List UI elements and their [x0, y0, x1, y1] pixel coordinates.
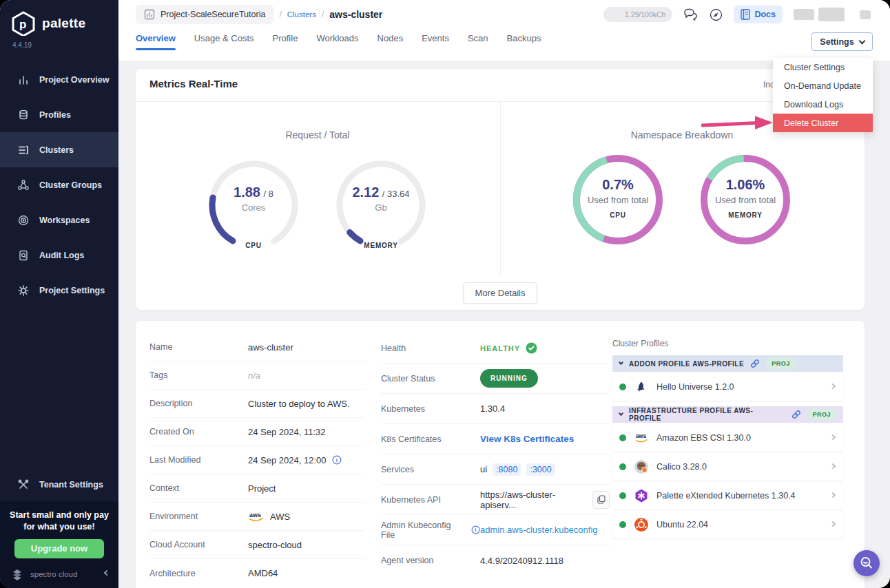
- profile-pack-name: Palette eXtended Kubernetes 1.30.4: [656, 491, 823, 501]
- memory-total-value: / 33.64: [382, 189, 410, 199]
- view-k8s-certificates-link[interactable]: View K8s Certificates: [480, 434, 574, 444]
- chevron-right-icon: [830, 492, 836, 497]
- bar-chart-icon: [17, 74, 30, 86]
- copy-button[interactable]: [592, 491, 610, 509]
- infrastructure-profile-header[interactable]: INFRASTRUCTURE PROFILE AWS-PROFILE PROJ: [612, 406, 843, 423]
- chat-icon-button[interactable]: [683, 8, 698, 21]
- help-compass-icon-button[interactable]: [710, 8, 723, 21]
- chevron-down-icon: [619, 360, 623, 365]
- usage-quota-pill[interactable]: 1.29/100kCh: [603, 7, 672, 22]
- tab-profile[interactable]: Profile: [273, 33, 298, 50]
- detail-value: 1.30.4: [480, 403, 610, 414]
- sidebar-item-project-settings[interactable]: Project Settings: [0, 273, 118, 308]
- svg-text:aws: aws: [249, 512, 261, 518]
- detail-label: K8s Certificates: [381, 434, 480, 444]
- detail-row-agent-version: Agent version 4.4.9/20240912.1118: [381, 545, 610, 576]
- cpu-request-gauge: 1.88 / 8 Cores CPU: [205, 157, 302, 253]
- detail-value: Project: [248, 483, 364, 494]
- profile-pack-amazon-ebs-csi[interactable]: aws Amazon EBS CSI 1.30.0: [612, 424, 843, 452]
- topbar-actions: 1.29/100kCh Docs: [603, 6, 871, 23]
- sidebar-item-profiles[interactable]: Profiles: [0, 97, 118, 132]
- redacted-block: [818, 8, 845, 21]
- proj-scope-badge: PROJ: [766, 358, 796, 369]
- cluster-profiles-title: Cluster Profiles: [612, 339, 843, 348]
- copy-icon: [597, 495, 606, 504]
- sidebar-collapse-button[interactable]: [104, 570, 110, 576]
- detail-row-kubernetes: Kubernetes 1.30.4: [381, 394, 610, 424]
- sidebar-item-cluster-groups[interactable]: Cluster Groups: [0, 167, 118, 202]
- addon-profile-header[interactable]: ADDON PROFILE AWS-PROFILE PROJ: [612, 355, 843, 372]
- menu-item-delete-cluster[interactable]: Delete Cluster: [773, 114, 873, 132]
- detail-label: Cluster Status: [381, 374, 480, 384]
- tools-icon: [17, 479, 30, 491]
- profile-header-title: ADDON PROFILE AWS-PROFILE: [629, 360, 744, 368]
- app-version: 4.4.19: [0, 36, 118, 49]
- detail-row-environment: Environment aws AWS: [149, 503, 364, 531]
- hello-universe-icon: [634, 379, 649, 395]
- detail-label: Kubernetes: [381, 404, 480, 414]
- menu-item-download-logs[interactable]: Download Logs: [773, 95, 873, 114]
- breadcrumb-separator: /: [322, 10, 324, 19]
- profile-pack-palette-extended-kubernetes[interactable]: Palette eXtended Kubernetes 1.30.4: [612, 482, 843, 510]
- namespace-memory-text: 1.06% Used from total MEMORY: [697, 151, 794, 248]
- info-icon[interactable]: i: [471, 525, 480, 534]
- breadcrumb-project-pill[interactable]: Project-ScaleSecureTutoria: [136, 5, 273, 24]
- breadcrumb-clusters-link[interactable]: Clusters: [287, 10, 316, 19]
- cpu-total-value: / 8: [263, 189, 273, 199]
- magnifier-smile-icon: [859, 556, 874, 571]
- sidebar: p palette 4.4.19 Project Overview Profil…: [0, 0, 118, 588]
- sidebar-item-clusters[interactable]: Clusters: [0, 132, 118, 167]
- menu-item-cluster-settings[interactable]: Cluster Settings: [773, 58, 873, 76]
- sidebar-item-project-overview[interactable]: Project Overview: [0, 62, 118, 97]
- detail-row-admin-kubeconfig: Admin Kubeconfig File i admin.aws-cluste…: [381, 515, 610, 545]
- details-middle-column: Health HEALTHY Cluster Status RUNNING Ku…: [381, 333, 610, 576]
- profile-pack-calico[interactable]: Calico 3.28.0: [612, 453, 843, 481]
- tab-backups[interactable]: Backups: [507, 33, 541, 50]
- detail-label: Admin Kubeconfig File: [381, 521, 467, 540]
- tab-overview[interactable]: Overview: [136, 33, 176, 50]
- service-port-link[interactable]: :8080: [493, 463, 521, 476]
- palette-logo[interactable]: p palette: [0, 0, 118, 36]
- docs-button[interactable]: Docs: [734, 6, 783, 23]
- namespace-cpu-label: CPU: [610, 211, 626, 219]
- namespace-cpu-ring: 0.7% Used from total CPU: [570, 151, 666, 248]
- svg-text:p: p: [19, 18, 26, 31]
- app-window: p palette 4.4.19 Project Overview Profil…: [0, 0, 890, 588]
- metrics-realtime-card: Metrics Real-Time Incl Request / Total N…: [136, 69, 865, 310]
- detail-value: Cluster to deploy to AWS.: [248, 399, 364, 409]
- kubeconfig-download-link[interactable]: admin.aws-cluster.kubeconfig: [480, 525, 598, 535]
- chevron-right-icon: [830, 434, 836, 439]
- detail-value: 24 Sep 2024, 11:32: [248, 427, 364, 437]
- tab-workloads[interactable]: Workloads: [316, 33, 358, 50]
- memory-unit: Gb: [375, 202, 386, 213]
- tab-usage-costs[interactable]: Usage & Costs: [194, 33, 254, 50]
- tab-scan[interactable]: Scan: [468, 33, 488, 50]
- network-icon: [17, 179, 30, 191]
- upgrade-now-button[interactable]: Upgrade now: [14, 539, 104, 558]
- sidebar-item-workspaces[interactable]: Workspaces: [0, 202, 118, 238]
- link-icon[interactable]: [750, 359, 760, 368]
- feedback-search-button[interactable]: [853, 550, 880, 576]
- layers-icon: [17, 109, 30, 121]
- cpu-request-value: 1.88: [234, 185, 260, 200]
- info-icon[interactable]: i: [332, 455, 342, 465]
- link-icon[interactable]: [791, 410, 801, 419]
- check-circle-icon: [526, 342, 537, 354]
- tab-events[interactable]: Events: [422, 33, 449, 50]
- sidebar-item-audit-logs[interactable]: Audit Logs: [0, 238, 118, 273]
- chevron-right-icon: [830, 463, 836, 468]
- more-details-button[interactable]: More Details: [464, 282, 537, 304]
- topbar: Project-ScaleSecureTutoria / Clusters / …: [118, 0, 890, 61]
- profile-pack-ubuntu[interactable]: Ubuntu 22.04: [612, 511, 843, 538]
- menu-item-on-demand-update[interactable]: On-Demand Update: [773, 76, 873, 95]
- chevron-down-icon: [619, 411, 623, 416]
- settings-button[interactable]: Settings: [811, 32, 873, 51]
- service-port-link[interactable]: :3000: [526, 463, 555, 476]
- profile-pack-hello-universe[interactable]: Hello Universe 1.2.0: [612, 373, 843, 401]
- tab-nodes[interactable]: Nodes: [377, 33, 404, 50]
- sidebar-item-label: Cluster Groups: [39, 180, 102, 190]
- namespace-breakdown-title: Namespace Breakdown: [579, 129, 785, 140]
- sidebar-item-tenant-settings[interactable]: Tenant Settings: [0, 467, 118, 502]
- profile-pack-name: Hello Universe 1.2.0: [656, 382, 823, 392]
- sidebar-item-label: Workspaces: [39, 216, 90, 225]
